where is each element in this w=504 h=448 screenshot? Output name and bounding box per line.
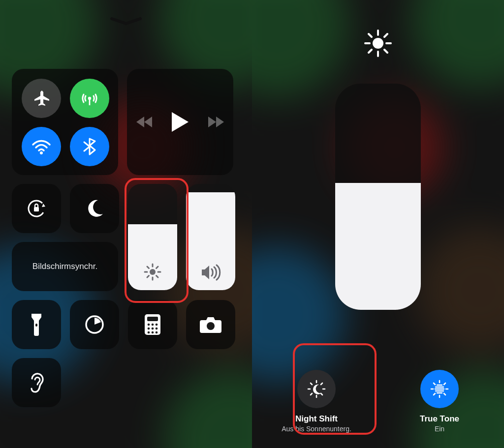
timer-icon — [84, 314, 105, 335]
night-shift-toggle[interactable]: Night Shift Aus bis Sonnenunterg. — [275, 370, 358, 434]
svg-point-10 — [148, 324, 150, 326]
timer-button[interactable] — [70, 300, 119, 349]
svg-point-11 — [152, 324, 154, 326]
hearing-button[interactable] — [12, 358, 61, 407]
svg-point-16 — [148, 331, 150, 334]
flashlight-button[interactable] — [12, 300, 61, 349]
screen-mirroring-label: Bildschirmsynchr. — [32, 262, 97, 271]
connectivity-group[interactable] — [12, 69, 118, 175]
flashlight-icon — [29, 313, 44, 336]
svg-point-12 — [156, 324, 158, 326]
camera-button[interactable] — [186, 300, 235, 349]
orientation-lock-icon — [25, 197, 48, 220]
control-center-panel: Bildschirmsynchr. — [0, 0, 252, 448]
wifi-toggle[interactable] — [22, 127, 61, 166]
true-tone-title: True Tone — [420, 414, 459, 424]
bluetooth-icon — [80, 137, 99, 156]
volume-slider[interactable] — [186, 184, 235, 290]
brightness-large-slider[interactable] — [335, 84, 421, 310]
calculator-button[interactable] — [128, 300, 177, 349]
svg-rect-6 — [35, 324, 37, 327]
night-shift-subtitle: Aus bis Sonnenunterg. — [282, 425, 351, 434]
cellular-icon — [79, 88, 100, 109]
svg-rect-9 — [147, 317, 158, 321]
collapse-chevron-icon[interactable] — [109, 16, 143, 28]
svg-rect-1 — [89, 98, 91, 105]
moon-icon — [84, 198, 105, 219]
airplane-icon — [32, 89, 51, 108]
svg-point-5 — [150, 269, 156, 275]
true-tone-toggle[interactable]: True Tone Ein — [398, 370, 481, 434]
ear-icon — [28, 371, 45, 394]
bluetooth-toggle[interactable] — [70, 127, 109, 166]
true-tone-subtitle: Ein — [435, 425, 444, 434]
media-controls[interactable] — [127, 69, 233, 175]
wifi-icon — [30, 135, 53, 158]
svg-point-18 — [156, 331, 158, 334]
airplane-mode-toggle[interactable] — [22, 79, 61, 118]
svg-point-13 — [148, 328, 150, 330]
night-shift-title: Night Shift — [295, 414, 338, 424]
camera-icon — [199, 315, 222, 334]
true-tone-icon — [429, 378, 450, 400]
screen-mirroring-button[interactable]: Bildschirmsynchr. — [12, 242, 118, 291]
forward-icon[interactable] — [207, 116, 224, 128]
brightness-icon — [128, 263, 177, 281]
svg-point-19 — [207, 322, 215, 330]
volume-icon — [186, 264, 235, 281]
svg-point-20 — [373, 38, 383, 49]
svg-rect-4 — [34, 207, 39, 211]
brightness-detail-panel: Night Shift Aus bis Sonnenunterg. True T… — [252, 0, 504, 448]
svg-point-14 — [152, 328, 154, 330]
night-shift-icon — [306, 378, 327, 400]
brightness-header-icon — [362, 28, 394, 59]
play-icon[interactable] — [171, 111, 189, 133]
do-not-disturb-button[interactable] — [70, 184, 119, 233]
orientation-lock-button[interactable] — [12, 184, 61, 233]
svg-point-17 — [152, 331, 154, 334]
brightness-slider[interactable] — [128, 184, 177, 290]
rewind-icon[interactable] — [136, 116, 153, 128]
cellular-data-toggle[interactable] — [70, 79, 109, 118]
svg-point-2 — [40, 151, 43, 154]
calculator-icon — [144, 313, 161, 336]
svg-point-15 — [156, 328, 158, 330]
